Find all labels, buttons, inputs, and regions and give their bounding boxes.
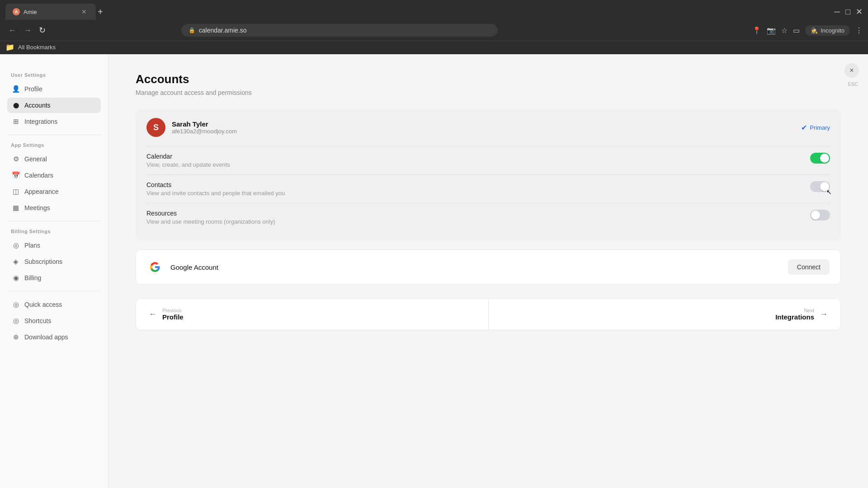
calendar-permission-row: Calendar View, create, and update events [146,146,830,174]
resources-toggle-track [810,210,830,221]
bookmarks-label: All Bookmarks [18,44,56,51]
sidebar-toggle-icon[interactable]: ▭ [793,26,800,35]
google-account-section: Google Account Connect [136,249,841,285]
calendar-toggle[interactable] [810,153,830,164]
close-settings-button[interactable]: × [844,63,859,78]
lock-icon: 🔒 [189,27,195,33]
sidebar-item-meetings[interactable]: ▦ Meetings [7,200,101,216]
location-icon[interactable]: 📍 [752,26,761,35]
next-nav-button[interactable]: Next Integrations → [489,299,841,330]
forward-button[interactable]: → [21,24,34,37]
sidebar-item-accounts[interactable]: ⬤ Accounts [7,98,101,113]
browser-chrome: A Amie ✕ + ─ □ ✕ ← → ↻ 🔒 calendar.amie.s… [0,0,868,54]
account-info: Sarah Tyler afe130a2@moodjoy.com [172,120,795,135]
contacts-toggle[interactable]: ↖ [810,181,830,192]
account-card: S Sarah Tyler afe130a2@moodjoy.com ✔ Pri… [136,109,841,240]
meetings-icon: ▦ [12,204,20,212]
app-container: User Settings 👤 Profile ⬤ Accounts ⊞ Int… [0,54,868,488]
account-header: S Sarah Tyler afe130a2@moodjoy.com ✔ Pri… [146,118,830,137]
star-icon[interactable]: ☆ [781,26,788,35]
calendars-icon: 📅 [12,171,20,179]
nav-footer: ← Previous Profile Next Integrations → [136,298,841,330]
divider-2 [7,221,101,221]
sidebar-item-quick-access[interactable]: ◎ Quick access [7,297,101,312]
billing-icon: ◉ [12,274,20,282]
user-settings-section-label: User Settings [7,72,101,78]
calendar-toggle-thumb [820,154,829,163]
shortcuts-icon: ◎ [12,317,20,325]
sidebar-item-label-quick-access: Quick access [24,301,62,308]
divider-3 [7,291,101,291]
sidebar-item-label-integrations: Integrations [24,118,57,125]
camera-off-icon[interactable]: 📷 [767,26,776,35]
sidebar-item-plans[interactable]: ◎ Plans [7,238,101,253]
plans-icon: ◎ [12,241,20,249]
prev-nav-label: Previous [162,308,184,313]
sidebar-item-label-subscriptions: Subscriptions [24,258,62,265]
minimize-button[interactable]: ─ [834,7,840,17]
prev-nav-button[interactable]: ← Previous Profile [136,299,489,330]
resources-perm-title: Resources [146,210,275,217]
contacts-permission-row: Contacts View and invite contacts and pe… [146,174,830,203]
contacts-toggle-track [810,181,830,192]
contacts-permission-info: Contacts View and invite contacts and pe… [146,181,285,197]
resources-toggle[interactable] [810,210,830,221]
next-nav-name: Integrations [775,313,814,321]
sidebar-item-label-profile: Profile [24,85,42,93]
bookmarks-folder-icon: 📁 [5,43,14,52]
sidebar-item-label-accounts: Accounts [24,102,51,109]
sidebar-item-integrations[interactable]: ⊞ Integrations [7,114,101,129]
sidebar-item-label-billing: Billing [24,274,41,282]
sidebar-item-download-apps[interactable]: ⊕ Download apps [7,329,101,345]
accounts-icon: ⬤ [12,101,20,109]
sidebar-item-label-plans: Plans [24,242,40,249]
divider-1 [7,135,101,135]
page-subtitle: Manage account access and permissions [136,89,841,96]
app-settings-section-label: App Settings [7,142,101,148]
sidebar-item-general[interactable]: ⚙ General [7,151,101,167]
sidebar-item-appearance[interactable]: ◫ Appearance [7,184,101,199]
resources-permission-info: Resources View and use meeting rooms (or… [146,210,275,225]
google-account-label: Google Account [170,263,781,271]
maximize-button[interactable]: □ [845,7,850,17]
primary-check-icon: ✔ [801,123,807,132]
back-button[interactable]: ← [5,24,19,37]
sidebar-item-label-appearance: Appearance [24,188,59,195]
sidebar-item-profile[interactable]: 👤 Profile [7,81,101,97]
tab-close-button[interactable]: ✕ [80,7,89,16]
sidebar-item-label-calendars: Calendars [24,172,53,179]
calendar-toggle-track [810,153,830,164]
account-email: afe130a2@moodjoy.com [172,128,795,135]
close-window-button[interactable]: ✕ [856,7,863,17]
avatar: S [146,118,165,137]
general-icon: ⚙ [12,155,20,163]
sidebar-item-label-download-apps: Download apps [24,333,68,341]
menu-icon[interactable]: ⋮ [855,26,863,35]
quick-access-icon: ◎ [12,300,20,309]
primary-label: Primary [810,124,830,131]
resources-perm-desc: View and use meeting rooms (organization… [146,218,275,225]
prev-nav-name: Profile [162,313,184,321]
browser-toolbar: ← → ↻ 🔒 calendar.amie.so 📍 📷 ☆ ▭ 🕵 Incog… [0,20,868,41]
tab-area: A Amie ✕ + [5,4,103,20]
active-tab[interactable]: A Amie ✕ [5,4,96,20]
sidebar-item-label-general: General [24,155,47,163]
page-title: Accounts [136,72,841,86]
profile-icon: 👤 [12,85,20,93]
address-bar[interactable]: 🔒 calendar.amie.so [181,24,498,37]
subscriptions-icon: ◈ [12,258,20,266]
toolbar-icons: 📍 📷 ☆ ▭ 🕵 Incognito ⋮ [752,25,863,36]
calendar-perm-desc: View, create, and update events [146,161,230,168]
sidebar-item-calendars[interactable]: 📅 Calendars [7,168,101,183]
sidebar-item-shortcuts[interactable]: ◎ Shortcuts [7,313,101,328]
sidebar-item-subscriptions[interactable]: ◈ Subscriptions [7,254,101,269]
refresh-button[interactable]: ↻ [36,23,48,37]
appearance-icon: ◫ [12,188,20,196]
sidebar-item-billing[interactable]: ◉ Billing [7,270,101,286]
incognito-badge[interactable]: 🕵 Incognito [805,25,850,36]
new-tab-button[interactable]: + [98,7,103,17]
next-nav-label: Next [775,308,814,313]
download-icon: ⊕ [12,333,20,341]
connect-button[interactable]: Connect [788,259,830,275]
incognito-icon: 🕵 [811,27,818,34]
